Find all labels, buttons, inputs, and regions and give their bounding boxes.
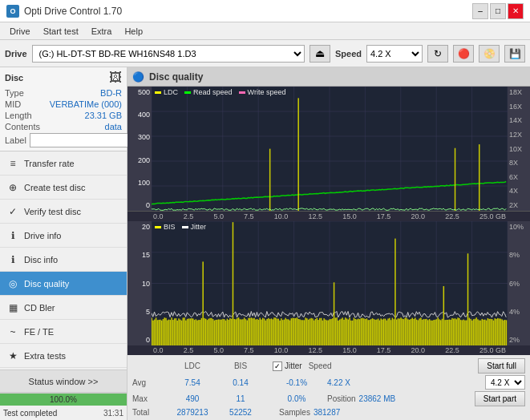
chart1-yr-2x: 2X	[509, 201, 528, 209]
chart1-y-500: 500	[129, 88, 150, 96]
disc-panel-icon[interactable]: 🖼	[109, 71, 122, 85]
disc-contents-val: data	[105, 122, 122, 131]
transfer-rate-label: Transfer rate	[24, 159, 75, 168]
chart1-yr-8x: 8X	[509, 159, 528, 167]
stats-avg-bis: 0.14	[216, 378, 265, 387]
chart1-yr-4x: 4X	[509, 187, 528, 195]
stats-total-bis: 52252	[216, 408, 265, 417]
drive-action-btn4[interactable]: 💾	[504, 45, 525, 63]
chart2-y-15: 15	[129, 251, 150, 259]
chart2-x-2: 2.5	[184, 346, 194, 354]
sidebar-item-drive-info[interactable]: ℹ Drive info	[0, 224, 127, 248]
drive-action-btn1[interactable]: ↻	[427, 45, 448, 63]
disc-label-input[interactable]	[30, 133, 133, 147]
chart1-x-2: 2.5	[184, 212, 194, 220]
create-test-disc-label: Create test disc	[24, 183, 85, 192]
maximize-button[interactable]: □	[490, 3, 506, 19]
stats-max-label: Max	[132, 394, 168, 403]
chart1-inner: LDC Read speed Write speed	[152, 87, 508, 211]
charts-area: 500 400 300 200 100 0 LDC	[127, 87, 530, 355]
drive-label: Drive	[5, 49, 27, 59]
menu-help[interactable]: Help	[118, 25, 149, 38]
chart1-yr-6x: 6X	[509, 173, 528, 181]
minimize-button[interactable]: –	[472, 3, 488, 19]
sidebar-bottom: Status window >> 100.0% Test completed 3…	[0, 370, 127, 420]
chart2-x-0: 0.0	[153, 346, 164, 354]
chart1-x-axis: 0.0 2.5 5.0 7.5 10.0 12.5 15.0 17.5 20.0…	[127, 212, 530, 221]
nav-items: ≡ Transfer rate ⊕ Create test disc ✓ Ver…	[0, 151, 127, 370]
stats-avg-label: Avg	[132, 378, 168, 387]
chart2-yr-10: 10%	[509, 223, 528, 231]
menu-drive[interactable]: Drive	[3, 25, 37, 38]
verify-test-disc-label: Verify test disc	[24, 207, 81, 216]
chart2-canvas	[152, 221, 508, 345]
disc-mid-key: MID	[5, 99, 21, 109]
speed-select[interactable]: 4.2 X	[366, 45, 423, 63]
chart1-canvas	[152, 87, 508, 211]
chart2-y-5: 5	[129, 308, 150, 316]
stats-header-bis: BIS	[216, 361, 265, 370]
samples-val: 381287	[314, 408, 340, 417]
chart1-x-7: 7.5	[244, 212, 254, 220]
menu-bar: Drive Start test Extra Help	[0, 22, 530, 40]
extra-tests-label: Extra tests	[24, 351, 66, 361]
stats-max-jitter: 0.0%	[273, 394, 321, 403]
drive-select[interactable]: (G:) HL-DT-ST BD-RE WH16NS48 1.D3	[32, 45, 305, 63]
disc-panel: Disc 🖼 Type BD-R MID VERBATIMe (000) Len…	[0, 67, 127, 151]
chart2-legend: BIS Jitter	[155, 223, 206, 231]
sidebar-item-create-test-disc[interactable]: ⊕ Create test disc	[0, 176, 127, 200]
stats-avg-row: Avg 7.54 0.14 -0.1% 4.22 X 4.2 X	[132, 375, 525, 390]
write-speed-legend-label: Write speed	[248, 88, 286, 96]
menu-extra[interactable]: Extra	[85, 25, 119, 38]
stats-total-label: Total	[132, 408, 168, 417]
chart2-yr-8: 8%	[509, 251, 528, 259]
sidebar-item-cd-bler[interactable]: ▦ CD Bler	[0, 296, 127, 320]
chart2-x-25: 25.0 GB	[479, 346, 506, 354]
chart1-x-22: 22.5	[445, 212, 459, 220]
verify-test-disc-icon: ✓	[6, 205, 19, 218]
sidebar-item-transfer-rate[interactable]: ≡ Transfer rate	[0, 151, 127, 176]
chart2-yr-4: 4%	[509, 308, 528, 316]
stats-max-bis: 11	[216, 394, 265, 403]
disc-quality-icon: ◎	[6, 277, 19, 290]
eject-button[interactable]: ⏏	[310, 45, 330, 63]
jitter-checkbox[interactable]: ✓	[273, 361, 282, 371]
drive-action-btn3[interactable]: 📀	[479, 45, 500, 63]
status-window-button[interactable]: Status window >>	[0, 370, 127, 393]
disc-panel-title: Disc	[5, 73, 23, 83]
start-part-button[interactable]: Start part	[475, 391, 525, 406]
chart1-y-200: 200	[129, 156, 150, 164]
chart1-x-25: 25.0 GB	[479, 212, 506, 220]
chart2-yr-6: 6%	[509, 280, 528, 288]
chart2-yr-2: 2%	[509, 336, 528, 344]
position-label: Position	[327, 394, 356, 403]
sidebar-item-verify-test-disc[interactable]: ✓ Verify test disc	[0, 200, 127, 224]
chart-header: 🔵 Disc quality	[127, 67, 530, 87]
menu-start-test[interactable]: Start test	[37, 25, 85, 38]
speed-header: Speed	[309, 361, 332, 370]
disc-type-val: BD-R	[100, 88, 122, 98]
disc-length-key: Length	[5, 111, 32, 120]
disc-info-label: Disc info	[24, 255, 58, 265]
sidebar: Disc 🖼 Type BD-R MID VERBATIMe (000) Len…	[0, 67, 127, 420]
content-area: 🔵 Disc quality 500 400 300 200 100 0	[127, 67, 530, 420]
chart2-y-left: 20 15 10 5 0	[127, 221, 152, 345]
bis-legend-label: BIS	[164, 223, 176, 231]
sidebar-item-disc-info[interactable]: ℹ Disc info	[0, 248, 127, 272]
progress-bar: 100.0%	[0, 393, 127, 406]
sidebar-item-disc-quality[interactable]: ◎ Disc quality	[0, 272, 127, 296]
chart1-legend: LDC Read speed Write speed	[155, 88, 285, 96]
create-test-disc-icon: ⊕	[6, 181, 19, 194]
chart1-x-0: 0.0	[153, 212, 164, 220]
drive-action-btn2[interactable]: 🔴	[453, 45, 474, 63]
chart1-yr-14x: 14X	[509, 116, 528, 124]
transfer-rate-icon: ≡	[6, 157, 19, 170]
close-button[interactable]: ✕	[508, 3, 524, 19]
chart1-x-5: 5.0	[213, 212, 224, 220]
sidebar-item-extra-tests[interactable]: ★ Extra tests	[0, 344, 127, 368]
start-full-button[interactable]: Start full	[478, 358, 525, 374]
chart-header-icon: 🔵	[132, 71, 144, 83]
speed-dropdown[interactable]: 4.2 X	[485, 375, 525, 390]
sidebar-item-fe-te[interactable]: ~ FE / TE	[0, 320, 127, 344]
stats-total-ldc: 2879213	[168, 408, 216, 417]
